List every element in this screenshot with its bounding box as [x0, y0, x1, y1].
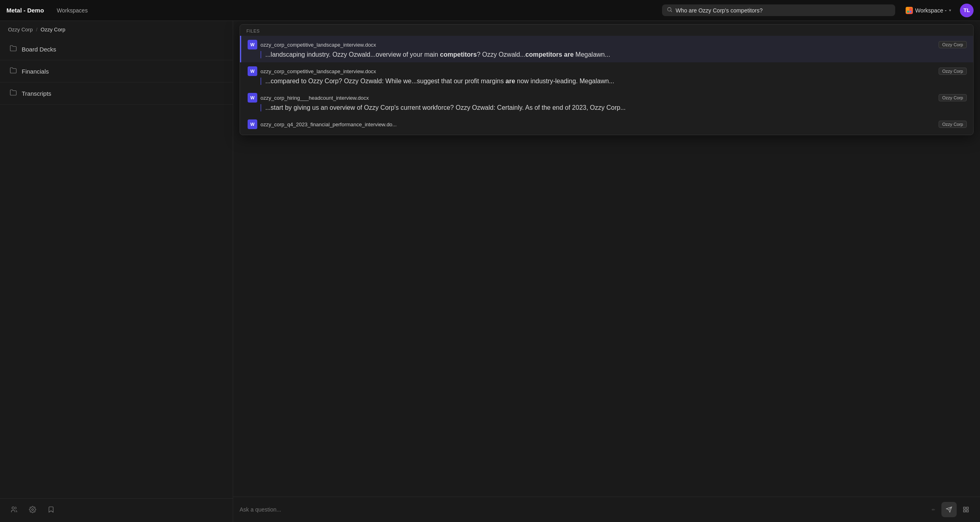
search-result-item[interactable]: W ozzy_corp_hiring___headcount_interview… — [240, 89, 973, 115]
send-button[interactable] — [941, 502, 957, 517]
top-navigation: Metal - Demo Workspaces Who are Ozzy Cor… — [0, 0, 980, 21]
svg-point-7 — [32, 509, 34, 511]
svg-rect-11 — [966, 507, 968, 509]
search-bar[interactable]: Who are Ozzy Corp's competitors? — [662, 4, 895, 16]
avatar[interactable]: TL — [960, 4, 974, 17]
svg-point-6 — [12, 507, 14, 509]
svg-rect-4 — [907, 10, 909, 12]
result-snippet: ...start by giving us an overview of Ozz… — [260, 104, 967, 111]
users-button[interactable] — [8, 504, 20, 517]
bottom-toolbar — [0, 498, 233, 522]
search-results-dropdown: Files W ozzy_corp_competitive_landscape_… — [240, 24, 974, 135]
search-result-item[interactable]: W ozzy_corp_competitive_landscape_interv… — [240, 62, 973, 89]
result-filename: ozzy_corp_hiring___headcount_interview.d… — [260, 95, 935, 101]
svg-rect-5 — [909, 10, 911, 12]
edit-indicator: ✏ — [932, 508, 935, 512]
file-icon: W — [248, 66, 257, 76]
folder-icon — [10, 45, 17, 53]
workspace-badge: Ozzy Corp — [939, 41, 967, 48]
svg-line-1 — [670, 10, 672, 12]
file-icon: W — [248, 40, 257, 49]
ask-input[interactable] — [240, 506, 932, 513]
svg-rect-10 — [964, 507, 966, 509]
svg-rect-2 — [907, 8, 909, 10]
result-snippet: ...compared to Ozzy Corp? Ozzy Ozwald: W… — [260, 78, 967, 85]
right-panel: Files W ozzy_corp_competitive_landscape_… — [233, 21, 980, 522]
folder-name: Transcripts — [22, 90, 51, 97]
breadcrumb-current: Ozzy Corp — [41, 27, 65, 33]
search-query-text: Who are Ozzy Corp's competitors? — [676, 7, 890, 14]
app-title: Metal - Demo — [6, 7, 44, 14]
settings-button[interactable] — [27, 504, 39, 517]
bookmark-button[interactable] — [45, 504, 57, 517]
folder-icon — [10, 67, 17, 76]
svg-rect-12 — [964, 510, 966, 512]
folder-item[interactable]: Financials — [0, 60, 233, 82]
grid-button[interactable] — [958, 502, 974, 517]
workspace-selector-button[interactable]: Workspace - ▾ — [902, 4, 955, 16]
svg-rect-3 — [909, 8, 911, 10]
workspace-badge: Ozzy Corp — [939, 94, 967, 101]
main-area: Ozzy Corp / Ozzy Corp Board Decks Financ… — [0, 21, 980, 522]
breadcrumb-separator: / — [36, 27, 37, 33]
result-filename: ozzy_corp_q4_2023_financial_performance_… — [260, 121, 935, 127]
search-result-item[interactable]: W ozzy_corp_q4_2023_financial_performanc… — [240, 115, 973, 135]
folder-name: Financials — [22, 68, 49, 75]
file-icon: W — [248, 93, 257, 103]
file-icon: W — [248, 119, 257, 129]
ask-bar: ✏ — [233, 497, 980, 522]
workspace-badge: Ozzy Corp — [939, 68, 967, 75]
workspace-icon — [906, 7, 913, 14]
result-filename: ozzy_corp_competitive_landscape_intervie… — [260, 68, 935, 74]
folder-item[interactable]: Transcripts — [0, 82, 233, 105]
result-filename: ozzy_corp_competitive_landscape_intervie… — [260, 42, 935, 48]
breadcrumb: Ozzy Corp / Ozzy Corp — [0, 21, 233, 38]
svg-rect-13 — [966, 510, 968, 512]
sidebar: Ozzy Corp / Ozzy Corp Board Decks Financ… — [0, 21, 233, 522]
search-result-item[interactable]: W ozzy_corp_competitive_landscape_interv… — [240, 36, 973, 62]
folder-list: Board Decks Financials Transcripts — [0, 38, 233, 498]
result-snippet: ...landscaping industry. Ozzy Ozwald...o… — [260, 51, 967, 58]
folder-name: Board Decks — [22, 46, 56, 53]
folder-item[interactable]: Board Decks — [0, 38, 233, 60]
search-icon — [667, 7, 672, 14]
workspace-badge: Ozzy Corp — [939, 121, 967, 128]
breadcrumb-parent[interactable]: Ozzy Corp — [8, 27, 33, 33]
folder-icon — [10, 89, 17, 98]
section-label: Files — [240, 25, 973, 36]
chevron-down-icon: ▾ — [949, 8, 951, 12]
workspaces-nav-item[interactable]: Workspaces — [53, 6, 91, 15]
workspace-button-label: Workspace - — [915, 7, 947, 14]
